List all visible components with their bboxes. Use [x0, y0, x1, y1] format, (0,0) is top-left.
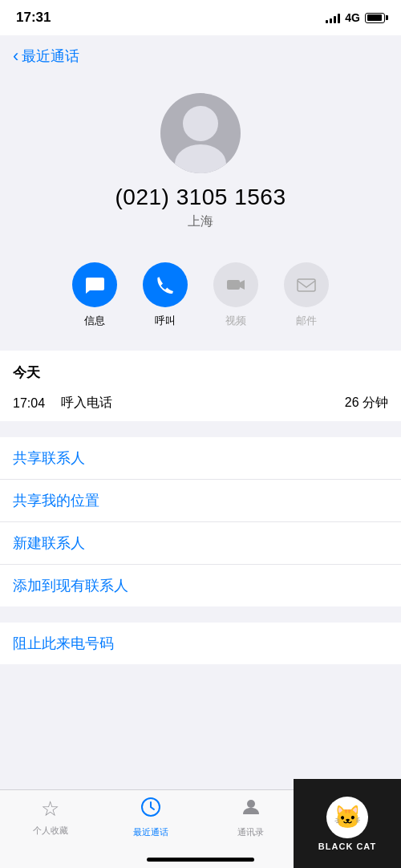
back-label: 最近通话: [22, 47, 79, 66]
location-text: 上海: [188, 213, 213, 230]
call-type: 呼入电话: [61, 395, 112, 412]
call-duration: 26 分钟: [345, 395, 388, 412]
svg-rect-2: [227, 280, 240, 290]
action-buttons-row: 信息 呼叫 视频 邮件: [0, 249, 401, 335]
svg-rect-3: [298, 279, 315, 291]
recents-icon: [140, 797, 161, 823]
network-type: 4G: [345, 11, 360, 24]
section-header-today: 今天: [0, 351, 401, 385]
call-history-section: 今天 17:04 呼入电话 26 分钟: [0, 351, 401, 421]
svg-point-5: [247, 800, 255, 808]
call-label: 呼叫: [155, 314, 176, 328]
call-history-row: 17:04 呼入电话 26 分钟: [0, 385, 401, 421]
add-contact-button[interactable]: 添加到现有联系人: [0, 565, 401, 606]
back-button[interactable]: ‹ 最近通话: [13, 47, 79, 66]
tab-recents[interactable]: 最近通话: [100, 797, 200, 838]
back-chevron-icon: ‹: [13, 47, 18, 65]
tab-recents-label: 最近通话: [133, 826, 168, 838]
status-icons: 4G: [326, 11, 385, 24]
share-contact-button[interactable]: 共享联系人: [0, 437, 401, 480]
call-button[interactable]: 呼叫: [143, 262, 188, 328]
status-bar: 17:31 4G: [0, 0, 401, 35]
call-icon-circle: [143, 262, 188, 307]
tab-contacts[interactable]: 通讯录: [200, 797, 301, 838]
signal-icon: [326, 12, 340, 23]
call-info-left: 17:04 呼入电话: [13, 395, 112, 412]
message-icon-circle: [72, 262, 117, 307]
contact-header: (021) 3105 1563 上海: [0, 77, 401, 249]
share-location-button[interactable]: 共享我的位置: [0, 480, 401, 522]
watermark-text: BLACK CAT: [318, 842, 376, 851]
home-indicator: [147, 858, 254, 862]
tab-favorites-label: 个人收藏: [33, 825, 68, 837]
contacts-icon: [241, 797, 261, 823]
watermark: 🐱 BLACK CAT: [294, 779, 401, 868]
avatar: [160, 93, 241, 173]
message-button[interactable]: 信息: [72, 262, 117, 328]
mail-label: 邮件: [296, 314, 317, 328]
mail-icon-circle: [284, 262, 329, 307]
battery-icon: [365, 13, 385, 23]
video-label: 视频: [225, 314, 246, 328]
nav-bar: ‹ 最近通话: [0, 35, 401, 77]
new-contact-button[interactable]: 新建联系人: [0, 522, 401, 565]
block-section: 阻止此来电号码: [0, 623, 401, 664]
cat-logo: 🐱: [326, 797, 368, 838]
status-time: 17:31: [16, 10, 51, 26]
mail-button[interactable]: 邮件: [284, 262, 329, 328]
message-label: 信息: [84, 314, 105, 328]
video-icon-circle: [213, 262, 258, 307]
video-button[interactable]: 视频: [213, 262, 258, 328]
tab-favorites[interactable]: ☆ 个人收藏: [0, 797, 100, 837]
svg-point-1: [175, 144, 226, 173]
svg-point-0: [183, 106, 218, 141]
phone-number: (021) 3105 1563: [115, 185, 286, 210]
block-number-button[interactable]: 阻止此来电号码: [0, 623, 401, 664]
action-list: 共享联系人 共享我的位置 新建联系人 添加到现有联系人: [0, 437, 401, 606]
favorites-icon: ☆: [41, 797, 59, 821]
tab-contacts-label: 通讯录: [237, 826, 264, 838]
call-time: 17:04: [13, 396, 45, 411]
